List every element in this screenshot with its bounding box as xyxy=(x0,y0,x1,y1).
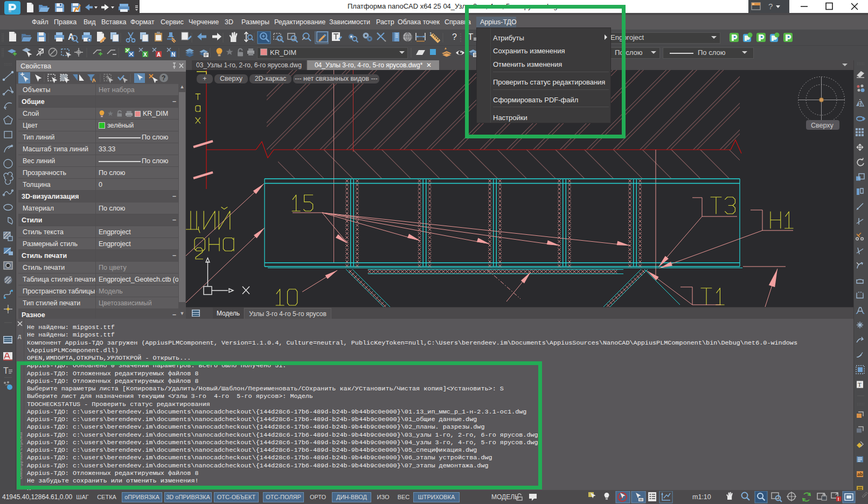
svg-text:X: X xyxy=(143,52,147,58)
svg-text:A: A xyxy=(157,52,161,58)
svg-text:!: ! xyxy=(838,496,839,502)
svg-text:Сверху: Сверху xyxy=(811,122,834,129)
svg-text:д: д xyxy=(18,333,22,339)
svg-text:T: T xyxy=(858,381,862,388)
svg-text:?: ? xyxy=(452,32,457,41)
svg-text:N: N xyxy=(171,52,175,58)
svg-text:?: ? xyxy=(768,2,773,11)
svg-text:A: A xyxy=(68,32,74,41)
svg-text:T: T xyxy=(3,366,9,375)
svg-text:1: 1 xyxy=(429,31,432,37)
svg-text:ab: ab xyxy=(857,472,863,477)
svg-text:?: ? xyxy=(162,74,165,82)
